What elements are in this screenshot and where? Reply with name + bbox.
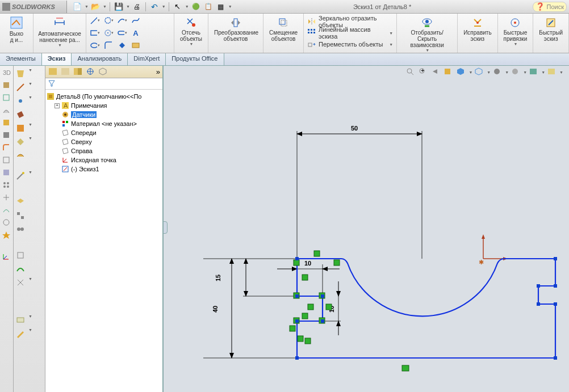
new-icon[interactable] xyxy=(72,2,83,12)
tree-tab-prop-icon[interactable] xyxy=(60,67,72,77)
ellipse-tool-icon[interactable]: ▾ xyxy=(90,41,100,50)
rebuild-icon[interactable]: 🟢 xyxy=(190,2,202,12)
svg-point-64 xyxy=(64,113,66,116)
ref-geom-icon[interactable] xyxy=(2,193,12,203)
tab-sketch[interactable]: Эскиз xyxy=(42,53,72,65)
save-icon[interactable] xyxy=(113,2,124,12)
slot-tool-icon[interactable]: ▾ xyxy=(117,28,127,37)
tree-tab-display-icon[interactable] xyxy=(73,67,84,77)
tree-annotations[interactable]: + A Примечания xyxy=(47,101,161,110)
tree-tab-config-icon[interactable] xyxy=(48,67,59,77)
chamfer-icon[interactable] xyxy=(2,155,12,166)
tree-plane-right[interactable]: Справа xyxy=(47,146,161,155)
tree-tab-origin-icon[interactable] xyxy=(85,67,97,77)
tree-tab-3d-icon[interactable] xyxy=(98,67,109,77)
sketch-drawing[interactable]: ✱ 50 40 xyxy=(164,66,569,392)
fillet-feat-icon[interactable] xyxy=(2,143,12,153)
graphics-viewport[interactable]: + ▼ ▼ ▼ ▼ ▼ ▼ xyxy=(164,66,569,392)
curve-feat-icon[interactable] xyxy=(2,205,12,216)
ribbon-mirror[interactable]: Зеркально отразить объекты xyxy=(307,16,393,27)
options-icon[interactable] xyxy=(203,2,214,12)
ribbon-smart-dimension[interactable]: Автоматическое нанесение ра... ▼ xyxy=(34,14,86,53)
ribbon-move[interactable]: Переместить объекты▼ xyxy=(307,39,393,50)
tree-expand-icon[interactable]: » xyxy=(156,68,160,76)
ribbon-rapid-sketch[interactable]: Быстрый эскиз xyxy=(535,15,566,43)
expand-icon[interactable]: + xyxy=(55,103,60,108)
svg-rect-128 xyxy=(554,257,557,260)
tree-material[interactable]: Материал <не указан> xyxy=(47,119,161,128)
sweep-icon[interactable] xyxy=(2,106,12,116)
feature-box-icon[interactable] xyxy=(2,93,12,103)
solid-icon[interactable] xyxy=(2,118,12,128)
svg-rect-30 xyxy=(3,120,9,125)
shell-icon[interactable] xyxy=(2,168,12,178)
ribbon-display-relations[interactable]: Отобразить/Скрыть взаимосвязи▼ xyxy=(399,15,455,53)
circle-tool-icon[interactable]: ▾ xyxy=(103,16,114,25)
assembly-icon[interactable] xyxy=(15,210,27,222)
app-logo: SOLIDWORKS xyxy=(0,1,67,13)
svg-rect-9 xyxy=(132,43,139,48)
spline-tool-icon[interactable] xyxy=(131,16,141,25)
plane-tool-icon[interactable] xyxy=(131,41,141,50)
mate-icon[interactable] xyxy=(15,224,27,236)
properties-icon[interactable] xyxy=(215,2,227,12)
body-icon[interactable] xyxy=(2,81,12,91)
tab-evaluate[interactable]: Анализировать xyxy=(72,53,128,65)
svg-point-36 xyxy=(3,186,6,188)
ribbon-linear-pattern[interactable]: Линейный массив эскиза▼ xyxy=(307,27,393,39)
ribbon-trim[interactable]: Отсечь объекты▼ xyxy=(177,15,206,47)
ribbon-exit-sketch[interactable]: Выхо д и... xyxy=(0,14,34,53)
line-tool-icon[interactable]: ▾ xyxy=(90,16,100,25)
tool-a-icon[interactable] xyxy=(15,250,27,262)
cut-icon[interactable] xyxy=(2,130,12,141)
tree-sketch1[interactable]: (-) Эскиз1 xyxy=(47,165,161,174)
text-tool-icon[interactable]: A xyxy=(131,28,141,37)
rectangle-tool-icon[interactable]: ▾ xyxy=(90,28,100,37)
tree-sensors[interactable]: Датчики xyxy=(47,110,161,119)
point-tool-icon[interactable] xyxy=(117,41,127,50)
vertex-icon[interactable] xyxy=(15,95,27,108)
pencil-tool-icon[interactable] xyxy=(15,328,27,340)
face-icon[interactable] xyxy=(15,68,27,81)
select-icon[interactable] xyxy=(172,2,183,12)
panel-splitter-handle[interactable] xyxy=(163,221,168,234)
tab-dimxpert[interactable]: DimXpert xyxy=(128,53,166,65)
star-icon[interactable] xyxy=(2,230,12,241)
view-3d-icon[interactable]: 3D xyxy=(2,68,12,78)
tab-features[interactable]: Элементы xyxy=(0,53,42,65)
search-box[interactable]: Поиск xyxy=(533,2,567,12)
arc-tool-icon[interactable]: ▾ xyxy=(117,16,127,25)
undo-icon[interactable] xyxy=(149,2,160,12)
spline-green-icon[interactable] xyxy=(15,263,27,276)
svg-rect-124 xyxy=(321,294,324,298)
surf-filter-icon[interactable] xyxy=(15,150,27,162)
scroll-tool-icon[interactable] xyxy=(15,314,27,327)
edge-icon[interactable] xyxy=(15,82,27,94)
svg-rect-110 xyxy=(302,275,308,280)
plane-filter-icon[interactable] xyxy=(15,109,27,121)
svg-rect-133 xyxy=(554,356,557,360)
fillet-tool-icon[interactable] xyxy=(103,41,114,50)
tree-origin[interactable]: Исходная точка xyxy=(47,155,161,165)
tree-plane-front[interactable]: Спереди xyxy=(47,128,161,137)
tree-plane-top[interactable]: Сверху xyxy=(47,137,161,146)
polygon-tool-icon[interactable]: ▾ xyxy=(103,28,114,37)
tree-root[interactable]: Деталь8 (По умолчанию<<По xyxy=(47,92,161,101)
ribbon-convert[interactable]: Преобразование объектов xyxy=(211,15,261,43)
tree-filter[interactable] xyxy=(45,78,162,90)
open-icon[interactable] xyxy=(90,2,101,12)
clip-icon[interactable] xyxy=(15,277,27,289)
layer-icon[interactable] xyxy=(15,196,27,209)
note-icon[interactable] xyxy=(15,136,27,149)
triad-icon[interactable] xyxy=(2,252,12,262)
print-icon[interactable] xyxy=(131,2,143,12)
ribbon-offset[interactable]: Смещение объектов xyxy=(266,15,301,43)
axis-filter-icon[interactable] xyxy=(15,123,27,135)
sketch-profile xyxy=(297,259,555,358)
pattern-icon[interactable] xyxy=(2,180,12,191)
hole-icon[interactable] xyxy=(2,218,12,228)
ribbon-repair[interactable]: Исправить эскиз xyxy=(460,15,495,43)
wand-icon[interactable] xyxy=(15,170,27,183)
ribbon-quick-snaps[interactable]: Быстрые привязки▼ xyxy=(500,15,531,47)
tab-office[interactable]: Продукты Office xyxy=(166,53,224,65)
